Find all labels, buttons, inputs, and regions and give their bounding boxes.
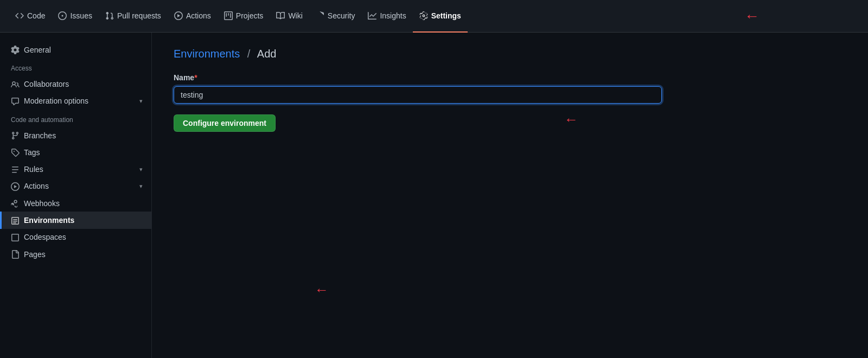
breadcrumb: Environments / Add xyxy=(174,48,846,60)
sidebar-section-access: Access xyxy=(0,58,151,75)
branch-icon xyxy=(11,131,20,140)
nav-code[interactable]: Code xyxy=(9,0,52,33)
nav-wiki-label: Wiki xyxy=(288,11,302,20)
sidebar-item-tags[interactable]: Tags xyxy=(0,144,151,161)
nav-actions-label: Actions xyxy=(186,11,211,20)
breadcrumb-add: Add xyxy=(257,48,277,60)
main-content: Environments / Add Name* Configure envir… xyxy=(152,33,868,358)
chevron-actions-icon: ▾ xyxy=(139,183,143,190)
play-icon xyxy=(174,11,183,20)
nav-issues[interactable]: Issues xyxy=(52,0,98,33)
sidebar-actions-label: Actions xyxy=(24,182,49,190)
nav-actions[interactable]: Actions xyxy=(168,0,218,33)
nav-settings[interactable]: Settings xyxy=(413,0,468,33)
shield-icon xyxy=(316,11,324,20)
sidebar-collab-label: Collaborators xyxy=(24,80,69,88)
nav-issues-label: Issues xyxy=(70,11,92,20)
sidebar-item-rules[interactable]: Rules ▾ xyxy=(0,161,151,177)
nav-security-label: Security xyxy=(328,11,355,20)
configure-button-label: Configure environment xyxy=(183,119,266,127)
nav-insights[interactable]: Insights xyxy=(361,0,412,33)
sidebar-rules-label: Rules xyxy=(24,165,43,174)
webhook-icon xyxy=(11,199,20,208)
required-asterisk: * xyxy=(194,73,197,82)
sidebar-codespaces-label: Codespaces xyxy=(24,233,66,241)
nav-pr-label: Pull requests xyxy=(117,11,161,20)
name-input[interactable] xyxy=(174,86,662,104)
nav-projects[interactable]: Projects xyxy=(218,0,270,33)
nav-settings-label: Settings xyxy=(431,11,461,20)
sidebar-item-pages[interactable]: Pages xyxy=(0,246,151,263)
breadcrumb-environments-link[interactable]: Environments xyxy=(174,48,240,60)
gear-icon-sidebar xyxy=(11,45,20,54)
insights-icon xyxy=(368,11,376,20)
chevron-moderation-icon: ▾ xyxy=(139,98,143,105)
rules-icon xyxy=(11,164,20,174)
sidebar-general-label: General xyxy=(24,46,51,54)
configure-environment-button[interactable]: Configure environment xyxy=(174,114,276,132)
name-form-group: Name* xyxy=(174,73,846,104)
pages-icon xyxy=(11,250,20,259)
arrow-configure: ← xyxy=(564,111,578,128)
sidebar-branches-label: Branches xyxy=(24,131,56,140)
sidebar-item-actions[interactable]: Actions ▾ xyxy=(0,178,151,195)
nav-security[interactable]: Security xyxy=(309,0,362,33)
nav-pull-requests[interactable]: Pull requests xyxy=(99,0,168,33)
sidebar-pages-label: Pages xyxy=(24,250,46,259)
nav-code-label: Code xyxy=(27,11,45,20)
issue-icon xyxy=(58,11,67,20)
sidebar: General Access Collaborators Moderation … xyxy=(0,33,152,358)
sidebar-item-moderation[interactable]: Moderation options ▾ xyxy=(0,93,151,110)
name-label: Name* xyxy=(174,73,846,82)
sidebar-item-webhooks[interactable]: Webhooks xyxy=(0,195,151,212)
breadcrumb-separator: / xyxy=(247,48,251,60)
sidebar-environments-label: Environments xyxy=(24,216,74,225)
main-layout: General Access Collaborators Moderation … xyxy=(0,33,868,358)
arrow-environments: ← xyxy=(315,282,329,298)
play-icon-sidebar xyxy=(11,182,20,191)
gear-icon-nav xyxy=(419,11,428,20)
chevron-rules-icon: ▾ xyxy=(139,166,143,173)
code-icon xyxy=(15,11,24,20)
sidebar-item-codespaces[interactable]: Codespaces xyxy=(0,229,151,246)
tag-icon xyxy=(11,148,20,157)
codespaces-icon xyxy=(11,233,20,242)
sidebar-item-branches[interactable]: Branches xyxy=(0,127,151,144)
sidebar-tags-label: Tags xyxy=(24,148,40,157)
arrow-settings: ← xyxy=(744,8,760,25)
book-icon xyxy=(276,11,285,20)
top-nav: Code Issues Pull requests Actions Projec… xyxy=(0,0,868,33)
sidebar-section-code: Code and automation xyxy=(0,110,151,127)
pr-icon xyxy=(105,11,114,20)
nav-wiki[interactable]: Wiki xyxy=(270,0,309,33)
sidebar-moderation-label: Moderation options xyxy=(24,97,88,105)
sidebar-item-environments[interactable]: Environments xyxy=(0,212,151,228)
people-icon xyxy=(11,79,20,88)
projects-icon xyxy=(224,11,233,20)
nav-projects-label: Projects xyxy=(236,11,264,20)
comment-icon xyxy=(11,97,20,106)
sidebar-item-collaborators[interactable]: Collaborators xyxy=(0,75,151,92)
sidebar-item-general[interactable]: General xyxy=(0,41,151,58)
sidebar-webhooks-label: Webhooks xyxy=(24,199,60,208)
env-icon xyxy=(11,215,20,225)
nav-insights-label: Insights xyxy=(380,11,406,20)
